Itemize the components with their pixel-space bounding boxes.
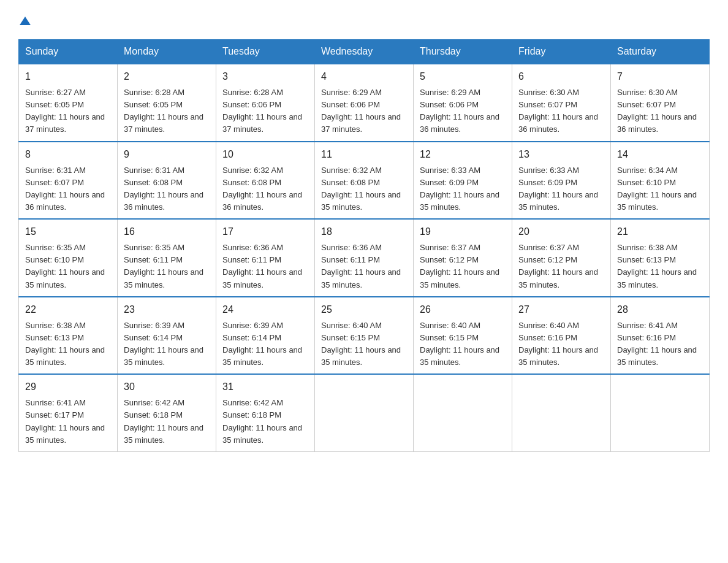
- calendar-cell: 6Sunrise: 6:30 AMSunset: 6:07 PMDaylight…: [512, 64, 611, 142]
- day-info: Sunrise: 6:37 AMSunset: 6:12 PMDaylight:…: [518, 242, 604, 291]
- calendar-cell: 12Sunrise: 6:33 AMSunset: 6:09 PMDayligh…: [414, 142, 512, 220]
- day-info: Sunrise: 6:39 AMSunset: 6:14 PMDaylight:…: [124, 320, 210, 369]
- day-number: 8: [25, 147, 111, 162]
- calendar-cell: 14Sunrise: 6:34 AMSunset: 6:10 PMDayligh…: [611, 142, 710, 220]
- day-info: Sunrise: 6:41 AMSunset: 6:17 PMDaylight:…: [25, 397, 111, 446]
- day-number: 18: [321, 224, 407, 239]
- day-number: 15: [25, 224, 111, 239]
- day-info: Sunrise: 6:31 AMSunset: 6:08 PMDaylight:…: [124, 164, 210, 214]
- calendar-cell: 27Sunrise: 6:40 AMSunset: 6:16 PMDayligh…: [512, 297, 611, 375]
- day-info: Sunrise: 6:42 AMSunset: 6:18 PMDaylight:…: [124, 397, 210, 446]
- calendar-cell: [315, 374, 414, 451]
- day-number: 17: [222, 224, 308, 239]
- day-info: Sunrise: 6:31 AMSunset: 6:07 PMDaylight:…: [25, 164, 111, 214]
- day-info: Sunrise: 6:36 AMSunset: 6:11 PMDaylight:…: [321, 242, 407, 291]
- calendar-cell: [611, 374, 710, 451]
- calendar-cell: 9Sunrise: 6:31 AMSunset: 6:08 PMDaylight…: [118, 142, 216, 220]
- day-number: 31: [222, 380, 308, 394]
- day-info: Sunrise: 6:30 AMSunset: 6:07 PMDaylight:…: [518, 86, 604, 136]
- day-number: 14: [617, 147, 703, 162]
- day-number: 20: [518, 224, 604, 239]
- calendar-cell: 19Sunrise: 6:37 AMSunset: 6:12 PMDayligh…: [414, 219, 512, 297]
- day-number: 13: [518, 147, 604, 162]
- calendar-cell: 22Sunrise: 6:38 AMSunset: 6:13 PMDayligh…: [19, 297, 118, 375]
- calendar-cell: 23Sunrise: 6:39 AMSunset: 6:14 PMDayligh…: [118, 297, 216, 375]
- day-number: 22: [25, 302, 111, 317]
- day-info: Sunrise: 6:38 AMSunset: 6:13 PMDaylight:…: [25, 320, 111, 369]
- calendar-cell: 21Sunrise: 6:38 AMSunset: 6:13 PMDayligh…: [611, 219, 710, 297]
- weekday-header-monday: Monday: [118, 40, 216, 64]
- calendar-cell: 4Sunrise: 6:29 AMSunset: 6:06 PMDaylight…: [315, 64, 414, 142]
- calendar-cell: 15Sunrise: 6:35 AMSunset: 6:10 PMDayligh…: [19, 219, 118, 297]
- day-info: Sunrise: 6:36 AMSunset: 6:11 PMDaylight:…: [222, 242, 308, 291]
- calendar-week-row: 22Sunrise: 6:38 AMSunset: 6:13 PMDayligh…: [19, 297, 710, 375]
- calendar-cell: 16Sunrise: 6:35 AMSunset: 6:11 PMDayligh…: [118, 219, 216, 297]
- calendar-cell: 8Sunrise: 6:31 AMSunset: 6:07 PMDaylight…: [19, 142, 118, 220]
- calendar-cell: 20Sunrise: 6:37 AMSunset: 6:12 PMDayligh…: [512, 219, 611, 297]
- calendar-cell: 2Sunrise: 6:28 AMSunset: 6:05 PMDaylight…: [118, 64, 216, 142]
- calendar-cell: 18Sunrise: 6:36 AMSunset: 6:11 PMDayligh…: [315, 219, 414, 297]
- day-number: 2: [124, 69, 210, 84]
- day-info: Sunrise: 6:37 AMSunset: 6:12 PMDaylight:…: [420, 242, 506, 291]
- day-info: Sunrise: 6:41 AMSunset: 6:16 PMDaylight:…: [617, 320, 703, 369]
- calendar-week-row: 29Sunrise: 6:41 AMSunset: 6:17 PMDayligh…: [19, 374, 710, 451]
- day-number: 25: [321, 302, 407, 317]
- calendar-week-row: 15Sunrise: 6:35 AMSunset: 6:10 PMDayligh…: [19, 219, 710, 297]
- calendar-cell: [512, 374, 611, 451]
- weekday-header-sunday: Sunday: [19, 40, 118, 64]
- day-number: 4: [321, 69, 407, 84]
- calendar-cell: 29Sunrise: 6:41 AMSunset: 6:17 PMDayligh…: [19, 374, 118, 451]
- calendar-week-row: 1Sunrise: 6:27 AMSunset: 6:05 PMDaylight…: [19, 64, 710, 142]
- calendar-cell: 25Sunrise: 6:40 AMSunset: 6:15 PMDayligh…: [315, 297, 414, 375]
- weekday-header-saturday: Saturday: [611, 40, 710, 64]
- day-number: 12: [420, 147, 506, 162]
- calendar-cell: 3Sunrise: 6:28 AMSunset: 6:06 PMDaylight…: [216, 64, 315, 142]
- day-number: 16: [124, 224, 210, 239]
- calendar-cell: 5Sunrise: 6:29 AMSunset: 6:06 PMDaylight…: [414, 64, 512, 142]
- day-info: Sunrise: 6:40 AMSunset: 6:15 PMDaylight:…: [420, 320, 506, 369]
- calendar-cell: 26Sunrise: 6:40 AMSunset: 6:15 PMDayligh…: [414, 297, 512, 375]
- weekday-header-wednesday: Wednesday: [315, 40, 414, 64]
- calendar-cell: 24Sunrise: 6:39 AMSunset: 6:14 PMDayligh…: [216, 297, 315, 375]
- day-info: Sunrise: 6:32 AMSunset: 6:08 PMDaylight:…: [321, 164, 407, 214]
- day-info: Sunrise: 6:30 AMSunset: 6:07 PMDaylight:…: [617, 86, 703, 136]
- weekday-header-friday: Friday: [512, 40, 611, 64]
- day-number: 9: [124, 147, 210, 162]
- calendar-cell: 17Sunrise: 6:36 AMSunset: 6:11 PMDayligh…: [216, 219, 315, 297]
- calendar-cell: 11Sunrise: 6:32 AMSunset: 6:08 PMDayligh…: [315, 142, 414, 220]
- day-info: Sunrise: 6:35 AMSunset: 6:10 PMDaylight:…: [25, 242, 111, 291]
- day-info: Sunrise: 6:35 AMSunset: 6:11 PMDaylight:…: [124, 242, 210, 291]
- calendar-table: SundayMondayTuesdayWednesdayThursdayFrid…: [18, 39, 710, 452]
- day-info: Sunrise: 6:42 AMSunset: 6:18 PMDaylight:…: [222, 397, 308, 446]
- day-number: 19: [420, 224, 506, 239]
- day-number: 24: [222, 302, 308, 317]
- day-number: 1: [25, 69, 111, 84]
- day-number: 6: [518, 69, 604, 84]
- day-info: Sunrise: 6:29 AMSunset: 6:06 PMDaylight:…: [420, 86, 506, 136]
- day-info: Sunrise: 6:40 AMSunset: 6:16 PMDaylight:…: [518, 320, 604, 369]
- day-info: Sunrise: 6:33 AMSunset: 6:09 PMDaylight:…: [420, 164, 506, 214]
- calendar-cell: 13Sunrise: 6:33 AMSunset: 6:09 PMDayligh…: [512, 142, 611, 220]
- day-number: 21: [617, 224, 703, 239]
- day-number: 7: [617, 69, 703, 84]
- calendar-header-row: SundayMondayTuesdayWednesdayThursdayFrid…: [19, 40, 710, 64]
- page-header: [18, 18, 710, 27]
- day-number: 27: [518, 302, 604, 317]
- day-number: 26: [420, 302, 506, 317]
- logo: [18, 18, 31, 27]
- day-info: Sunrise: 6:28 AMSunset: 6:06 PMDaylight:…: [222, 86, 308, 136]
- weekday-header-thursday: Thursday: [414, 40, 512, 64]
- day-info: Sunrise: 6:34 AMSunset: 6:10 PMDaylight:…: [617, 164, 703, 214]
- day-number: 29: [25, 380, 111, 394]
- weekday-header-tuesday: Tuesday: [216, 40, 315, 64]
- day-info: Sunrise: 6:38 AMSunset: 6:13 PMDaylight:…: [617, 242, 703, 291]
- calendar-cell: 30Sunrise: 6:42 AMSunset: 6:18 PMDayligh…: [118, 374, 216, 451]
- day-number: 28: [617, 302, 703, 317]
- day-number: 30: [124, 380, 210, 394]
- day-number: 10: [222, 147, 308, 162]
- calendar-cell: 7Sunrise: 6:30 AMSunset: 6:07 PMDaylight…: [611, 64, 710, 142]
- day-number: 11: [321, 147, 407, 162]
- day-number: 5: [420, 69, 506, 84]
- calendar-cell: [414, 374, 512, 451]
- calendar-week-row: 8Sunrise: 6:31 AMSunset: 6:07 PMDaylight…: [19, 142, 710, 220]
